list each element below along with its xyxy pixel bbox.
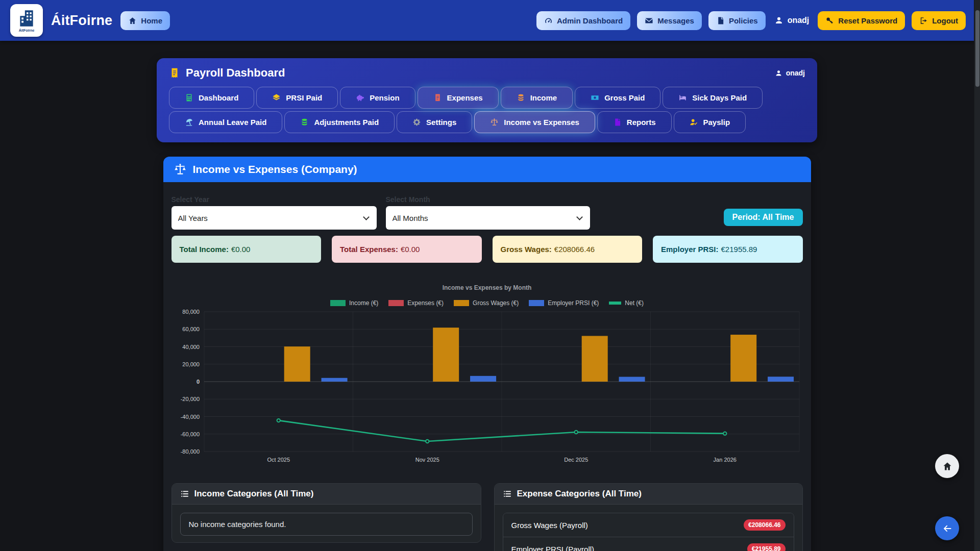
- gear-icon: [412, 118, 421, 127]
- tab-pension[interactable]: Pension: [340, 87, 415, 109]
- document-icon: [716, 16, 725, 25]
- legend-swatch: [388, 300, 404, 306]
- svg-text:Nov 2025: Nov 2025: [415, 457, 439, 463]
- logout-button[interactable]: Logout: [912, 11, 966, 30]
- person-icon: [775, 69, 782, 77]
- tab-label: Settings: [426, 118, 456, 127]
- logout-icon: [919, 16, 928, 25]
- chart-plot-area: -80,000-60,000-40,000-20,000020,00040,00…: [172, 307, 803, 466]
- income-expenses-chart: Income vs Expenses by Month Income (€)Ex…: [172, 284, 803, 468]
- month-select[interactable]: All Months: [386, 206, 590, 230]
- tab-label: Expenses: [447, 93, 483, 102]
- home-button[interactable]: Home: [120, 11, 170, 30]
- brand-title: ÁitFoirne: [51, 13, 112, 29]
- legend-item-5[interactable]: Net (€): [609, 299, 644, 307]
- calculator-icon: [185, 93, 193, 102]
- period-badge: Period: All Time: [724, 209, 803, 226]
- report-icon: [613, 118, 622, 127]
- svg-text:80,000: 80,000: [182, 309, 200, 315]
- summary-card-total-expenses: Total Expenses:€0.00: [332, 236, 482, 263]
- tab-annual-leave-paid[interactable]: Annual Leave Paid: [169, 111, 282, 133]
- tab-expenses[interactable]: Expenses: [418, 87, 499, 109]
- legend-label: Expenses (€): [407, 299, 444, 307]
- tab-gross-paid[interactable]: Gross Paid: [575, 87, 660, 109]
- legend-item-2[interactable]: Expenses (€): [388, 299, 444, 307]
- legend-item-3[interactable]: Gross Wages (€): [454, 299, 519, 307]
- header-user-chip: onadj: [775, 69, 805, 77]
- logo-label: ÁitFoirne: [19, 29, 35, 32]
- expense-row: Employer PRSI (Payroll)€21955.89: [503, 537, 794, 551]
- coins-icon: [517, 93, 525, 102]
- svg-text:Jan 2026: Jan 2026: [713, 457, 736, 463]
- summary-card-gross-wages: Gross Wages:€208066.46: [493, 236, 643, 263]
- svg-text:20,000: 20,000: [182, 361, 200, 367]
- expense-categories-card: Expense Categories (All Time) Gross Wage…: [494, 483, 803, 551]
- tab-label: Sick Days Paid: [692, 93, 747, 102]
- tab-sick-days-paid[interactable]: Sick Days Paid: [663, 87, 763, 109]
- tab-income-vs-expenses[interactable]: Income vs Expenses: [474, 111, 595, 133]
- payroll-dashboard-title: Payroll Dashboard: [169, 66, 285, 80]
- svg-text:-40,000: -40,000: [180, 414, 199, 420]
- summary-value: €208066.46: [554, 245, 595, 254]
- app-logo[interactable]: ÁitFoirne: [10, 4, 43, 37]
- svg-text:-60,000: -60,000: [180, 431, 199, 437]
- tab-adjustments-paid[interactable]: Adjustments Paid: [284, 111, 395, 133]
- admin-dashboard-button[interactable]: Admin Dashboard: [536, 11, 630, 30]
- key-icon: [825, 16, 834, 25]
- svg-text:0: 0: [196, 379, 199, 385]
- person-icon: [774, 16, 783, 25]
- chart-legend: Income (€)Expenses (€)Gross Wages (€)Emp…: [172, 299, 803, 307]
- income-categories-title: Income Categories (All Time): [194, 489, 314, 499]
- svg-text:Dec 2025: Dec 2025: [564, 457, 588, 463]
- back-fab[interactable]: [935, 516, 959, 540]
- tab-label: Pension: [370, 93, 399, 102]
- year-select[interactable]: All Years: [172, 206, 377, 230]
- speedometer-icon: [544, 16, 553, 25]
- income-vs-expenses-card: Income vs Expenses (Company) Select Year…: [163, 157, 811, 551]
- expense-categories-title: Expense Categories (All Time): [517, 489, 642, 499]
- legend-swatch: [609, 302, 621, 305]
- section-header: Income vs Expenses (Company): [163, 157, 811, 182]
- tab-prsi-paid[interactable]: PRSI Paid: [256, 87, 338, 109]
- expense-label: Gross Wages (Payroll): [511, 521, 588, 530]
- reset-password-button[interactable]: Reset Password: [818, 11, 905, 30]
- section-title: Income vs Expenses (Company): [193, 163, 357, 176]
- scroll-home-fab[interactable]: [935, 454, 959, 478]
- envelope-icon: [645, 16, 653, 25]
- svg-text:Oct 2025: Oct 2025: [267, 457, 290, 463]
- svg-text:-20,000: -20,000: [180, 396, 199, 402]
- summary-label: Gross Wages:: [501, 245, 552, 254]
- building-icon: [17, 9, 36, 28]
- legend-label: Net (€): [625, 299, 644, 307]
- bed-icon: [678, 93, 687, 102]
- legend-swatch: [330, 300, 346, 306]
- tab-income[interactable]: Income: [501, 87, 573, 109]
- tab-payslip[interactable]: Payslip: [674, 111, 746, 133]
- scrollbar-track[interactable]: [974, 0, 980, 551]
- tab-label: PRSI Paid: [286, 93, 322, 102]
- legend-item-4[interactable]: Employer PRSI (€): [529, 299, 599, 307]
- tab-label: Income: [530, 93, 557, 102]
- tab-label: Annual Leave Paid: [199, 118, 266, 127]
- user-chip[interactable]: onadj: [772, 16, 812, 25]
- tab-label: Payslip: [703, 118, 730, 127]
- tab-dashboard[interactable]: Dashboard: [169, 87, 254, 109]
- tab-label: Income vs Expenses: [504, 118, 579, 127]
- year-filter-label: Select Year: [172, 195, 377, 204]
- messages-button[interactable]: Messages: [637, 11, 702, 30]
- legend-item-1[interactable]: Income (€): [330, 299, 378, 307]
- tab-settings[interactable]: Settings: [397, 111, 472, 133]
- scrollbar-thumb[interactable]: [975, 10, 979, 87]
- tab-reports[interactable]: Reports: [597, 111, 672, 133]
- top-navbar: ÁitFoirne ÁitFoirne Home Admin Dashboard…: [0, 0, 980, 41]
- svg-text:40,000: 40,000: [182, 344, 200, 350]
- home-icon: [942, 461, 952, 471]
- scales-icon: [174, 163, 187, 176]
- person-check-icon: [690, 118, 698, 127]
- piggy-bank-icon: [356, 93, 364, 102]
- chart-title: Income vs Expenses by Month: [172, 284, 803, 291]
- policies-button[interactable]: Policies: [708, 11, 766, 30]
- summary-label: Employer PRSI:: [661, 245, 719, 254]
- list-icon: [503, 489, 512, 498]
- coins-icon: [300, 118, 309, 127]
